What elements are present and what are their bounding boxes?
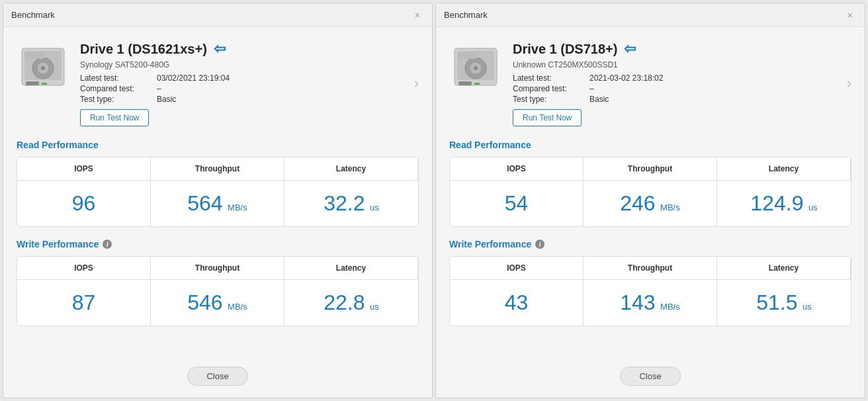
compared-test-value-2: – [589, 84, 851, 93]
read-iops-value-2: 54 [450, 181, 584, 226]
window-close-button-1[interactable]: × [411, 9, 424, 22]
compared-test-value-1: – [157, 84, 419, 93]
write-latency-value-2: 51.5 us [717, 280, 851, 326]
svg-rect-6 [42, 83, 47, 85]
read-latency-value-1: 32.2 us [284, 181, 418, 226]
drive-meta-1: Latest test: 03/02/2021 23:19:04 Compare… [80, 73, 419, 104]
test-type-value-2: Basic [589, 95, 851, 104]
write-latency-header-2: Latency [717, 257, 851, 280]
read-iops-header-1: IOPS [17, 157, 151, 181]
write-iops-header-1: IOPS [17, 257, 151, 280]
write-perf-title-1: Write Performance i [17, 239, 419, 249]
benchmark-window-1: Benchmark × Drive 1 (DS1621xs+) ⇦ Synolo… [3, 3, 433, 398]
arrow-icon-1: ⇦ [214, 40, 226, 58]
write-info-icon-2[interactable]: i [535, 240, 544, 249]
compared-test-label-2: Compared test: [513, 84, 586, 93]
drive-icon-1 [17, 40, 69, 93]
read-iops-header-2: IOPS [450, 157, 584, 181]
arrow-icon-2: ⇦ [624, 40, 636, 58]
footer-close-button-1[interactable]: Close [187, 367, 247, 386]
svg-rect-5 [26, 81, 39, 85]
title-bar-1: Benchmark × [3, 3, 432, 27]
write-perf-table-2: IOPS Throughput Latency 43 143 MB/s 51.5… [449, 256, 851, 326]
write-iops-header-2: IOPS [450, 257, 584, 280]
footer-2: Close [449, 360, 851, 391]
svg-rect-13 [458, 81, 472, 85]
read-perf-title-1: Read Performance [17, 140, 419, 150]
drive-header-1: Drive 1 (DS1621xs+) ⇦ Synology SAT5200-4… [17, 40, 419, 126]
latest-test-value-2: 2021-03-02 23:18:02 [589, 73, 851, 83]
drive-name-2: Drive 1 (DS718+) ⇦ [513, 40, 851, 58]
drive-model-1: Synology SAT5200-480G [80, 60, 419, 69]
drive-header-2: Drive 1 (DS718+) ⇦ Unknown CT250MX500SSD… [449, 40, 851, 126]
read-perf-table-2: IOPS Throughput Latency 54 246 MB/s 124.… [449, 157, 851, 227]
write-throughput-header-2: Throughput [584, 257, 717, 280]
svg-rect-14 [474, 83, 480, 85]
write-info-icon-1[interactable]: i [103, 240, 112, 249]
write-throughput-value-1: 546 MB/s [151, 280, 284, 326]
read-perf-table-1: IOPS Throughput Latency 96 564 MB/s 32.2… [17, 157, 419, 227]
write-latency-value-1: 22.8 us [284, 280, 418, 326]
run-test-button-2[interactable]: Run Test Now [513, 109, 582, 126]
svg-rect-7 [24, 52, 44, 59]
latest-test-label-2: Latest test: [513, 73, 586, 83]
drive-meta-2: Latest test: 2021-03-02 23:18:02 Compare… [513, 73, 851, 104]
read-throughput-value-1: 564 MB/s [151, 181, 284, 226]
write-throughput-header-1: Throughput [151, 257, 284, 280]
window-content-1: Drive 1 (DS1621xs+) ⇦ Synology SAT5200-4… [3, 27, 432, 398]
drive-info-1: Drive 1 (DS1621xs+) ⇦ Synology SAT5200-4… [80, 40, 419, 126]
window-title-2: Benchmark [444, 10, 488, 20]
drive-info-2: Drive 1 (DS718+) ⇦ Unknown CT250MX500SSD… [513, 40, 851, 126]
svg-point-12 [474, 66, 478, 70]
drive-icon-2 [449, 40, 502, 93]
drive-name-1: Drive 1 (DS1621xs+) ⇦ [80, 40, 419, 58]
read-throughput-value-2: 246 MB/s [584, 181, 717, 226]
read-latency-header-2: Latency [717, 157, 851, 181]
read-perf-title-2: Read Performance [449, 140, 851, 150]
compared-test-label-1: Compared test: [80, 84, 153, 93]
footer-close-button-2[interactable]: Close [620, 367, 680, 386]
nav-next-arrow-1[interactable]: › [414, 75, 419, 92]
read-throughput-header-2: Throughput [584, 157, 717, 181]
svg-rect-15 [457, 52, 477, 59]
latest-test-label-1: Latest test: [80, 73, 153, 83]
window-title-1: Benchmark [11, 10, 55, 20]
read-latency-value-2: 124.9 us [717, 181, 851, 226]
write-latency-header-1: Latency [284, 257, 418, 280]
svg-point-4 [41, 66, 45, 70]
write-throughput-value-2: 143 MB/s [584, 280, 717, 326]
run-test-button-1[interactable]: Run Test Now [80, 109, 149, 126]
write-iops-value-2: 43 [450, 280, 584, 326]
read-iops-value-1: 96 [17, 181, 151, 226]
benchmark-window-2: Benchmark × Drive 1 (DS718+) ⇦ Unknown C… [435, 3, 865, 398]
title-bar-2: Benchmark × [436, 3, 865, 27]
write-iops-value-1: 87 [17, 280, 151, 326]
read-throughput-header-1: Throughput [151, 157, 284, 181]
test-type-value-1: Basic [157, 95, 419, 104]
window-close-button-2[interactable]: × [844, 9, 857, 22]
write-perf-table-1: IOPS Throughput Latency 87 546 MB/s 22.8… [17, 256, 419, 326]
test-type-label-1: Test type: [80, 95, 153, 104]
read-latency-header-1: Latency [284, 157, 418, 181]
window-content-2: Drive 1 (DS718+) ⇦ Unknown CT250MX500SSD… [436, 27, 865, 398]
write-perf-title-2: Write Performance i [449, 239, 851, 249]
latest-test-value-1: 03/02/2021 23:19:04 [157, 73, 419, 83]
drive-model-2: Unknown CT250MX500SSD1 [513, 60, 851, 69]
nav-next-arrow-2[interactable]: › [847, 75, 851, 92]
footer-1: Close [17, 360, 419, 391]
test-type-label-2: Test type: [513, 95, 586, 104]
